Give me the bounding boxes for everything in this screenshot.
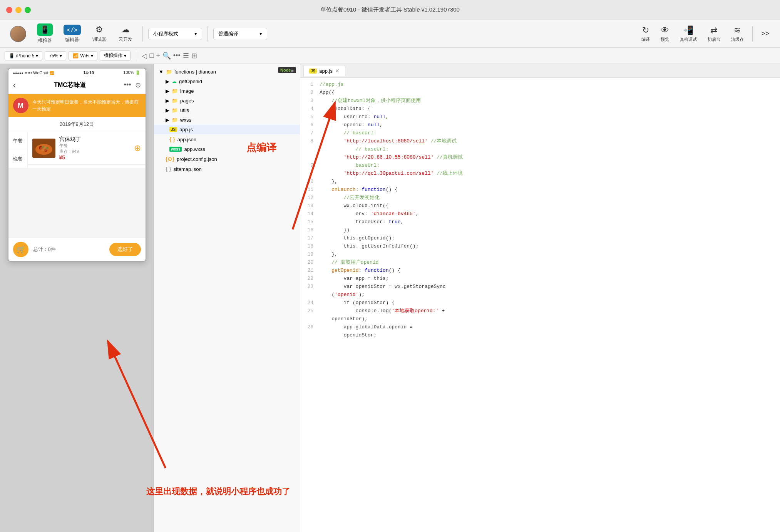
simulate-label: 模拟操作 bbox=[104, 52, 122, 59]
store-name: TMC芯味道 bbox=[54, 81, 86, 89]
play-icon[interactable]: ⊙ bbox=[135, 81, 141, 89]
notice-icon: M bbox=[13, 98, 28, 113]
phone-icon: 📱 bbox=[9, 53, 15, 59]
cart-total: 总计：0件 bbox=[28, 246, 109, 253]
wxss-badge: wxss bbox=[169, 147, 182, 152]
real-debug-button[interactable]: 📲 真机调试 bbox=[675, 24, 701, 44]
clear-cache-button[interactable]: ≋ 清缓存 bbox=[726, 24, 748, 44]
chevron-down-icon-3: ▾ bbox=[36, 53, 38, 59]
simulate-selector[interactable]: 模拟操作 ▾ bbox=[100, 50, 131, 61]
list-icon[interactable]: ☰ bbox=[183, 52, 189, 60]
code-line-2: 2 App({ bbox=[300, 89, 780, 97]
mode-dropdown[interactable]: 小程序模式 ▾ bbox=[148, 28, 202, 40]
chevron-down-icon-5: ▾ bbox=[91, 53, 93, 59]
more-dots-icon[interactable]: ••• bbox=[173, 52, 181, 60]
simulator-tab[interactable]: 📱 模拟器 bbox=[33, 21, 57, 46]
more-label: >> bbox=[761, 30, 769, 38]
tree-item-appwxss[interactable]: wxss app.wxss bbox=[154, 144, 300, 154]
maximize-button[interactable] bbox=[25, 7, 31, 13]
tree-item-wxss[interactable]: ▶ 📁 wxss bbox=[154, 115, 300, 125]
carrier-label: ●●●●● ••••• WeChat 📶 bbox=[13, 70, 54, 75]
order-button[interactable]: 选好了 bbox=[109, 243, 141, 256]
add-file-icon[interactable]: + bbox=[156, 52, 160, 60]
debugger-tab[interactable]: ⚙ 调试器 bbox=[88, 22, 111, 45]
folder-icon-2: 📁 bbox=[172, 88, 178, 94]
tree-item-appjson[interactable]: { } app.json bbox=[154, 134, 300, 144]
root-folder-name: functions | diancan bbox=[174, 69, 295, 75]
cloud-label: 云开发 bbox=[119, 36, 132, 43]
avatar-item[interactable] bbox=[6, 23, 30, 44]
square-icon[interactable]: □ bbox=[149, 52, 154, 60]
tree-item-image[interactable]: ▶ 📁 image bbox=[154, 86, 300, 96]
tree-item-utils[interactable]: ▶ 📁 utils bbox=[154, 105, 300, 115]
more-dots[interactable]: ••• bbox=[124, 81, 131, 89]
close-button[interactable] bbox=[6, 7, 12, 13]
tree-item-appjs[interactable]: JS app.js bbox=[154, 125, 300, 134]
food-details: 宫保鸡丁 午餐 库存：949 ¥5 bbox=[59, 136, 130, 161]
wifi-label: WiFi bbox=[80, 53, 89, 59]
code-line-23b: ('openid'); bbox=[300, 291, 780, 299]
switch-icon: ⇄ bbox=[710, 25, 717, 35]
zoom-label: 75% bbox=[49, 53, 58, 59]
projectconfig-name: project.config.json bbox=[177, 156, 295, 162]
appwxss-name: app.wxss bbox=[184, 146, 295, 152]
more-button[interactable]: >> bbox=[757, 28, 774, 39]
close-tab-icon[interactable]: ✕ bbox=[335, 68, 340, 74]
compile-dropdown[interactable]: 普通编译 ▾ bbox=[213, 28, 267, 40]
code-editor[interactable]: 1 //app.js 2 App({ 3 //创建towxml对象，供小程序页面… bbox=[300, 78, 780, 532]
phone-status-bar: ●●●●● ••••• WeChat 📶 14:10 100% 🔋 bbox=[8, 69, 146, 77]
minimize-button[interactable] bbox=[15, 7, 22, 13]
chevron-down-icon-2: ▾ bbox=[259, 31, 262, 37]
code-tab-appjs[interactable]: JS app.js ✕ bbox=[303, 65, 345, 76]
title-bar: 单位点餐0910 - 微信开发者工具 Stable v1.02.1907300 bbox=[0, 0, 780, 20]
wifi-selector[interactable]: 📶 WiFi ▾ bbox=[69, 51, 97, 60]
editor-tab[interactable]: </> 编辑器 bbox=[60, 22, 85, 45]
preview-label: 预览 bbox=[661, 37, 669, 42]
svg-point-6 bbox=[40, 146, 48, 151]
code-line-16: 16 }) bbox=[300, 226, 780, 234]
food-item: 宫保鸡丁 午餐 库存：949 ¥5 ⊕ bbox=[28, 132, 146, 165]
code-line-26a: 26 app.globalData.openid = bbox=[300, 323, 780, 331]
preview-button[interactable]: 👁 预览 bbox=[656, 24, 674, 44]
window-controls[interactable] bbox=[6, 7, 31, 13]
food-name: 宫保鸡丁 bbox=[59, 136, 130, 143]
folder-icon-4: 📁 bbox=[172, 107, 178, 113]
add-to-cart-icon[interactable]: ⊕ bbox=[134, 143, 141, 153]
switch-backend-label: 切后台 bbox=[708, 37, 720, 42]
code-line-11: 11 onLaunch: function() { bbox=[300, 186, 780, 194]
iphone-selector[interactable]: 📱 iPhone 5 ▾ bbox=[5, 51, 42, 60]
code-tabs: JS app.js ✕ bbox=[300, 64, 780, 78]
tree-item-sitemap[interactable]: { } sitemap.json bbox=[154, 164, 300, 174]
code-line-25a: 25 console.log('本地获取openid:' + bbox=[300, 307, 780, 315]
main-toolbar: 📱 模拟器 </> 编辑器 ⚙ 调试器 ☁ 云开发 小程序模式 ▾ 普通编译 ▾… bbox=[0, 20, 780, 48]
zoom-selector[interactable]: 75% ▾ bbox=[45, 51, 66, 60]
chevron-down-icon-tree: ▼ bbox=[159, 69, 164, 75]
file-panel: Nodejs ▼ 📁 functions | diancan ▶ ☁ getOp… bbox=[154, 64, 300, 532]
notice-bar: M 今天只可预定明日饭餐，当天不能预定当天，请提前一天预定 bbox=[8, 94, 146, 117]
code-line-13: 13 wx.cloud.init({ bbox=[300, 202, 780, 210]
food-image bbox=[32, 139, 55, 158]
compile-button[interactable]: ↻ 编译 bbox=[637, 24, 654, 44]
cart-icon[interactable]: 🛒 bbox=[13, 242, 28, 257]
date-bar: 2019年9月12日 bbox=[8, 117, 146, 132]
code-line-8b: // baseUrl: bbox=[300, 146, 780, 154]
switch-backend-button[interactable]: ⇄ 切后台 bbox=[703, 24, 725, 44]
grid-icon[interactable]: ⊞ bbox=[191, 52, 197, 60]
back-icon[interactable]: ◁ bbox=[142, 52, 147, 60]
food-price: ¥5 bbox=[59, 154, 130, 161]
tree-item-pages[interactable]: ▶ 📁 pages bbox=[154, 96, 300, 105]
folder-icon: 📁 bbox=[166, 69, 172, 75]
chevron-right-icon-3: ▶ bbox=[166, 98, 169, 104]
phone-frame: ●●●●● ••••• WeChat 📶 14:10 100% 🔋 ‹ TMC芯… bbox=[8, 68, 146, 262]
utils-folder-name: utils bbox=[180, 107, 295, 113]
back-arrow[interactable]: ‹ bbox=[13, 80, 16, 90]
search-icon[interactable]: 🔍 bbox=[162, 52, 171, 60]
code-line-24: 24 if (openidStor) { bbox=[300, 299, 780, 307]
food-category: 午餐 bbox=[59, 143, 130, 149]
notice-text: 今天只可预定明日饭餐，当天不能预定当天，请提前一天预定 bbox=[32, 99, 141, 112]
tree-item-projectconfig[interactable]: {⊙} project.config.json bbox=[154, 154, 300, 164]
chevron-down-icon: ▾ bbox=[194, 31, 197, 37]
code-line-17: 17 this.getOpenid(); bbox=[300, 234, 780, 243]
cloud-tab[interactable]: ☁ 云开发 bbox=[114, 22, 137, 45]
tree-item-getopenid[interactable]: ▶ ☁ getOpenid bbox=[154, 77, 300, 86]
